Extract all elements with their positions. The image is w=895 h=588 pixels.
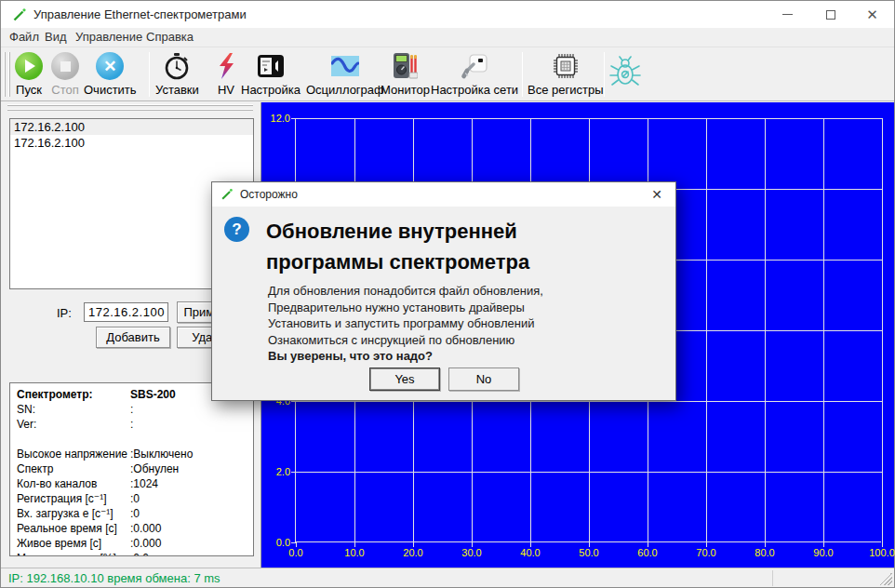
- x-tick-label: 20.0: [393, 547, 434, 558]
- gridline-vertical: [882, 118, 883, 542]
- x-tick-label: 100.0: [862, 547, 895, 558]
- status-text: IP: 192.168.10.10 время обмена: 7 ms: [8, 571, 220, 585]
- clear-icon: ✕: [96, 52, 124, 80]
- presets-button[interactable]: Уставки: [155, 51, 199, 100]
- gridline-vertical: [765, 118, 766, 542]
- y-tick-label: 2.0: [260, 466, 290, 477]
- info-row: Кол-во каналов:1024: [17, 477, 253, 492]
- status-separator: [772, 570, 773, 586]
- menu-bar: Файл Вид Управление Справка: [1, 28, 894, 47]
- toolbar-separator: [604, 52, 605, 97]
- maximize-button[interactable]: [809, 1, 851, 28]
- dialog-heading: Обновление внутренней программы спектром…: [266, 216, 529, 277]
- magic-wand-icon: [12, 7, 27, 22]
- panel-gripper[interactable]: [7, 109, 253, 111]
- play-icon: [15, 52, 43, 80]
- monitor-button[interactable]: Монитор: [381, 51, 430, 100]
- minimize-button[interactable]: [767, 1, 808, 28]
- x-tick-label: 60.0: [627, 547, 668, 558]
- all-registers-button[interactable]: Все регистры: [528, 51, 604, 100]
- add-button[interactable]: Добавить: [96, 327, 170, 348]
- bug-icon: [609, 56, 641, 89]
- title-bar: Управление Ethernet-спектрометрами ✕: [1, 1, 894, 28]
- x-tick-label: 50.0: [568, 547, 609, 558]
- status-bar: IP: 192.168.10.10 время обмена: 7 ms: [1, 568, 894, 587]
- oscilloscope-button[interactable]: Осциллограф: [306, 51, 384, 100]
- close-button[interactable]: ✕: [851, 1, 893, 28]
- x-tick-label: 80.0: [744, 547, 785, 558]
- x-tick-label: 10.0: [334, 547, 375, 558]
- clear-button[interactable]: ✕ Очистить: [84, 51, 137, 100]
- ip-label: IP:: [57, 306, 72, 320]
- settings-button[interactable]: Настройка: [241, 51, 301, 100]
- magic-wand-icon: [220, 188, 234, 201]
- network-probe-icon: [461, 52, 488, 80]
- ip-input[interactable]: [84, 302, 168, 322]
- y-tick-label: 12.0: [260, 113, 290, 124]
- spectrometer-info-panel: Спектрометр:SBS-200SN::Ver::Высокое напр…: [9, 382, 254, 556]
- device-list-item[interactable]: 172.16.2.100: [10, 135, 253, 151]
- dialog-close-button[interactable]: ✕: [638, 182, 675, 207]
- yes-button[interactable]: Yes: [369, 368, 440, 391]
- info-row: Реальное время [с]:0.000: [17, 522, 253, 537]
- dialog-title: Осторожно: [240, 188, 298, 201]
- no-button[interactable]: No: [448, 368, 519, 391]
- info-row: Живое время [с]:0.000: [17, 537, 253, 552]
- x-tick-label: 70.0: [686, 547, 727, 558]
- dialog-question: Вы уверены, что это надо?: [268, 348, 543, 365]
- start-button[interactable]: Пуск: [14, 51, 44, 100]
- info-row: Вх. загрузка е [c⁻¹]:0: [17, 507, 253, 522]
- menu-view[interactable]: Вид: [45, 30, 67, 44]
- app-window: Управление Ethernet-спектрометрами ✕ Фай…: [0, 0, 895, 588]
- info-row: Мертвое время [%]:0.0: [17, 552, 253, 556]
- toolbar: Пуск Стоп ✕ Очистить Уставки: [1, 48, 894, 101]
- warning-dialog: Осторожно ✕ ? Обновление внутренней прог…: [211, 181, 676, 401]
- stop-button[interactable]: Стоп: [50, 51, 80, 100]
- toolbar-separator: [149, 52, 150, 97]
- multimeter-icon: [392, 52, 418, 80]
- hv-button[interactable]: HV: [211, 51, 241, 100]
- x-tick-label: 0.0: [275, 547, 316, 558]
- y-tick: [291, 472, 296, 473]
- question-icon: ?: [224, 217, 249, 242]
- device-list-item[interactable]: 172.16.2.100: [10, 119, 253, 135]
- x-tick-label: 90.0: [803, 547, 844, 558]
- stop-icon: [51, 52, 79, 80]
- info-row: Высокое напряжение:Выключено: [17, 448, 253, 462]
- info-row: Регистрация [c⁻¹]:0: [17, 492, 253, 507]
- resize-grip[interactable]: [879, 572, 892, 585]
- menu-file[interactable]: Файл: [9, 30, 39, 44]
- debug-button[interactable]: [609, 56, 641, 104]
- dialog-body-text: Для обновления понадобится файл обновлен…: [268, 283, 543, 365]
- network-settings-button[interactable]: Настройка сети: [431, 51, 518, 100]
- y-tick: [291, 401, 296, 402]
- stopwatch-icon: [163, 52, 191, 80]
- y-tick: [291, 118, 296, 119]
- x-tick-label: 40.0: [510, 547, 551, 558]
- oscilloscope-icon: [331, 56, 359, 76]
- window-title: Управление Ethernet-спектрометрами: [33, 7, 247, 21]
- menu-control[interactable]: Управление: [75, 30, 142, 44]
- toolbar-gripper[interactable]: [8, 52, 10, 97]
- dialog-title-bar: Осторожно ✕: [212, 182, 675, 207]
- info-row: Спектр:Обнулен: [17, 462, 253, 477]
- menu-help[interactable]: Справка: [146, 30, 194, 44]
- info-spacer: [17, 433, 253, 448]
- x-tick-label: 30.0: [451, 547, 492, 558]
- panel-gripper[interactable]: [7, 104, 253, 106]
- toolbar-separator: [522, 52, 523, 97]
- gridline-vertical: [706, 118, 707, 542]
- toolbar-gripper[interactable]: [4, 52, 6, 97]
- gridline-vertical: [823, 118, 824, 542]
- chip-icon: [552, 52, 580, 80]
- settings-panel-icon: [257, 54, 285, 78]
- info-row: SN::: [17, 403, 253, 418]
- lightning-icon: [214, 52, 238, 80]
- info-row: Ver::: [17, 418, 253, 433]
